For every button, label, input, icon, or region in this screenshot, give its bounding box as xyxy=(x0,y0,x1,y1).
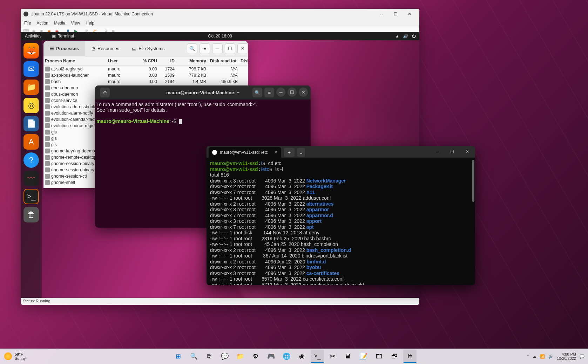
wt-close-button[interactable]: ✕ xyxy=(460,146,475,158)
wt-maximize-button[interactable]: ☐ xyxy=(444,146,460,158)
wt-minimize-button[interactable]: ─ xyxy=(429,146,444,158)
gterm-close-button[interactable]: ✕ xyxy=(299,88,308,97)
sysmon-header: ☰Processes ◔Resources 🖴File Systems 🔍 ≡ … xyxy=(43,41,248,56)
menu-media[interactable]: Media xyxy=(54,21,66,26)
list-icon: ☰ xyxy=(50,46,54,51)
calculator-icon[interactable]: 🖩 xyxy=(342,350,355,363)
hyperv-maximize-button[interactable]: ☐ xyxy=(388,9,403,19)
sysmon-menu-button[interactable]: ≡ xyxy=(200,43,210,54)
dock-show-apps-icon[interactable] xyxy=(23,225,39,241)
gterm-title: mauro@mauro-Virtual-Machine: ~ xyxy=(166,90,239,95)
gnome-dock: 🦊 ✉ 📁 ◎ 📄 A ? 〰 >_ 🗑 xyxy=(21,40,42,298)
gterm-body[interactable]: To run a command as administrator (user … xyxy=(95,99,311,126)
hyperv-statusbar: Status: Running xyxy=(21,298,419,305)
tab-filesystems[interactable]: 🖴File Systems xyxy=(126,41,171,56)
app2-icon[interactable]: 🗗 xyxy=(388,350,401,363)
dock-terminal-icon[interactable]: >_ xyxy=(23,189,39,204)
gterm-minimize-button[interactable]: ─ xyxy=(276,88,285,97)
cursor-icon xyxy=(179,119,182,124)
dock-thunderbird-icon[interactable]: ✉ xyxy=(23,61,39,77)
sysmon-close-button[interactable]: ✕ xyxy=(237,43,248,54)
hyperv-title: Ubuntu 22.04 LTS on VM-W11-SSD - Virtual… xyxy=(31,12,153,16)
sysmon-column-header[interactable]: Process NameUser% CPU IDMemoryDisk read … xyxy=(43,56,248,66)
wt-dropdown-button[interactable]: ⌄ xyxy=(297,148,305,157)
gauge-icon: ◔ xyxy=(92,46,95,51)
chat-icon[interactable]: 💬 xyxy=(218,350,231,363)
tux-icon xyxy=(212,150,217,155)
gterm-maximize-button[interactable]: ☐ xyxy=(288,88,297,97)
hyperv-menubar: File Action Media View Help xyxy=(21,19,419,27)
search-button[interactable]: 🔍 xyxy=(187,350,201,363)
wt-body[interactable]: mauro@vm-w11-ssd:/$ cd etc mauro@vm-w11-… xyxy=(207,158,475,285)
windows-taskbar: 59°FSunny ⊞ 🔍 ⧉ 💬 📁 ⚙ 🎮 🌐 ◉ >_ ✂ 🖩 📝 🗔 🗗… xyxy=(0,349,588,364)
table-row[interactable]: at-spi-bus-launchermauro0.001509778.2 kB… xyxy=(43,72,248,78)
dock-sysmonitor-icon[interactable]: 〰 xyxy=(23,171,39,186)
disk-icon: 🖴 xyxy=(132,46,136,51)
edge-icon[interactable]: 🌐 xyxy=(280,350,293,363)
windows-terminal-window: mauro@vm-w11-ssd: /etc ✕ + ⌄ ─ ☐ ✕ mauro… xyxy=(207,146,475,285)
dock-rhythmbox-icon[interactable]: ◎ xyxy=(23,98,39,113)
sysmon-search-button[interactable]: 🔍 xyxy=(187,43,197,54)
sun-icon xyxy=(4,352,12,360)
tray-notifications-icon[interactable]: 💬 xyxy=(580,354,584,359)
dock-help-icon[interactable]: ? xyxy=(23,152,39,168)
power-icon[interactable]: ⏻ xyxy=(412,34,416,39)
topbar-app-indicator[interactable]: ▣ Terminal xyxy=(52,34,74,39)
terminal-taskbar-icon[interactable]: >_ xyxy=(311,350,324,363)
wt-tabbar: mauro@vm-w11-ssd: /etc ✕ + ⌄ ─ ☐ ✕ xyxy=(207,146,475,158)
gterm-new-tab-button[interactable]: ⊕ xyxy=(100,88,110,97)
chrome-icon[interactable]: ◉ xyxy=(295,350,309,363)
sysmon-minimize-button[interactable]: ─ xyxy=(212,43,223,54)
tray-volume-icon[interactable]: 🔊 xyxy=(548,354,553,359)
tray-wifi-icon[interactable]: 📶 xyxy=(540,354,545,359)
gterm-search-button[interactable]: 🔍 xyxy=(252,88,262,97)
wt-tab[interactable]: mauro@vm-w11-ssd: /etc ✕ xyxy=(209,147,281,158)
menu-help[interactable]: Help xyxy=(86,21,94,26)
dock-files-icon[interactable]: 📁 xyxy=(23,80,39,95)
volume-icon[interactable]: 🔊 xyxy=(403,34,408,39)
gterm-header: ⊕ mauro@mauro-Virtual-Machine: ~ 🔍 ≡ ─ ☐… xyxy=(95,85,311,99)
xbox-icon[interactable]: 🎮 xyxy=(264,350,278,363)
notepad-icon[interactable]: 📝 xyxy=(357,350,370,363)
hyperv-minimize-button[interactable]: ─ xyxy=(374,9,388,19)
hyperv-close-button[interactable]: ✕ xyxy=(403,9,417,19)
taskbar-center: ⊞ 🔍 ⧉ 💬 📁 ⚙ 🎮 🌐 ◉ >_ ✂ 🖩 📝 🗔 🗗 🖥 xyxy=(172,350,417,363)
start-button[interactable]: ⊞ xyxy=(172,350,185,363)
menu-file[interactable]: File xyxy=(24,21,31,26)
menu-action[interactable]: Action xyxy=(36,21,48,26)
tray-clock[interactable]: 4:08 PM10/20/2022 xyxy=(557,352,576,360)
network-icon[interactable]: ▲ xyxy=(395,34,399,39)
dock-trash-icon[interactable]: 🗑 xyxy=(23,207,39,222)
tab-processes[interactable]: ☰Processes xyxy=(43,41,85,56)
tab-resources[interactable]: ◔Resources xyxy=(85,41,126,56)
snipping-icon[interactable]: ✂ xyxy=(326,350,339,363)
hyperv-taskbar-icon[interactable]: 🖥 xyxy=(403,350,417,363)
explorer-icon[interactable]: 📁 xyxy=(234,350,247,363)
tux-icon xyxy=(23,12,28,16)
dock-firefox-icon[interactable]: 🦊 xyxy=(23,43,39,59)
wt-tab-close-button[interactable]: ✕ xyxy=(274,150,278,155)
taskbar-weather[interactable]: 59°FSunny xyxy=(0,352,26,360)
hyperv-titlebar[interactable]: Ubuntu 22.04 LTS on VM-W11-SSD - Virtual… xyxy=(21,9,419,19)
system-tray: ˄ ☁ 📶 🔊 4:08 PM10/20/2022 💬 xyxy=(527,352,584,360)
wt-new-tab-button[interactable]: + xyxy=(284,148,295,157)
app1-icon[interactable]: 🗔 xyxy=(372,350,386,363)
table-row[interactable]: at-spi2-registrydmauro0.001724798.7 kBN/… xyxy=(43,66,248,72)
topbar-clock[interactable]: Oct 20 16:08 xyxy=(208,34,232,39)
dock-software-icon[interactable]: A xyxy=(23,134,39,150)
task-view-button[interactable]: ⧉ xyxy=(203,350,216,363)
sysmon-maximize-button[interactable]: ☐ xyxy=(225,43,235,54)
gnome-topbar: Activities ▣ Terminal Oct 20 16:08 ▲ 🔊 ⏻ xyxy=(21,32,419,40)
tray-onedrive-icon[interactable]: ☁ xyxy=(533,354,536,359)
settings-icon[interactable]: ⚙ xyxy=(249,350,262,363)
tray-chevron-icon[interactable]: ˄ xyxy=(527,354,529,359)
dock-libreoffice-icon[interactable]: 📄 xyxy=(23,116,39,131)
menu-view[interactable]: View xyxy=(71,21,80,26)
terminal-icon: ▣ xyxy=(52,34,56,39)
gterm-menu-button[interactable]: ≡ xyxy=(264,88,274,97)
table-row[interactable]: bashmauro0.0021941.4 MB466.9 kB xyxy=(43,78,248,85)
activities-button[interactable]: Activities xyxy=(25,34,41,39)
